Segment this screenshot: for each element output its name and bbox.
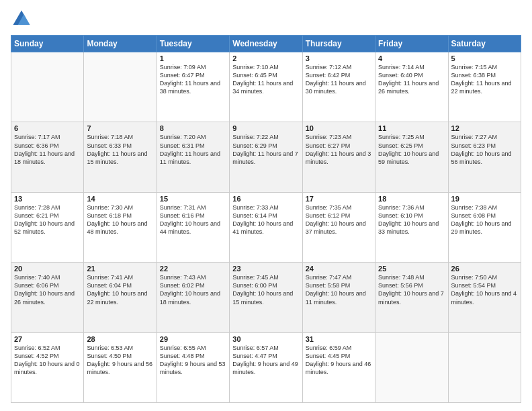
day-info: Sunrise: 7:50 AMSunset: 5:54 PMDaylight:… (451, 273, 518, 306)
calendar-cell: 19Sunrise: 7:38 AMSunset: 6:08 PMDayligh… (448, 192, 521, 262)
day-number: 30 (232, 335, 299, 343)
day-number: 2 (232, 54, 299, 62)
day-number: 17 (306, 195, 372, 203)
day-number: 26 (451, 265, 518, 273)
calendar-week-row: 20Sunrise: 7:40 AMSunset: 6:06 PMDayligh… (11, 263, 521, 332)
day-info: Sunrise: 7:48 AMSunset: 5:56 PMDaylight:… (378, 273, 445, 306)
day-number: 23 (232, 265, 299, 273)
calendar-week-row: 13Sunrise: 7:28 AMSunset: 6:21 PMDayligh… (11, 192, 521, 262)
weekday-header-friday: Friday (375, 36, 448, 52)
calendar-cell: 23Sunrise: 7:45 AMSunset: 6:00 PMDayligh… (230, 263, 302, 332)
logo (11, 8, 35, 30)
day-info: Sunrise: 7:22 AMSunset: 6:29 PMDaylight:… (232, 133, 299, 166)
day-number: 20 (14, 265, 81, 273)
day-info: Sunrise: 7:35 AMSunset: 6:12 PMDaylight:… (306, 203, 372, 236)
day-info: Sunrise: 7:09 AMSunset: 6:47 PMDaylight:… (160, 63, 226, 96)
day-info: Sunrise: 7:12 AMSunset: 6:42 PMDaylight:… (306, 63, 372, 96)
page: SundayMondayTuesdayWednesdayThursdayFrid… (0, 0, 532, 411)
day-info: Sunrise: 7:41 AMSunset: 6:04 PMDaylight:… (87, 273, 153, 306)
day-info: Sunrise: 6:52 AMSunset: 4:52 PMDaylight:… (14, 344, 81, 377)
day-info: Sunrise: 7:31 AMSunset: 6:16 PMDaylight:… (160, 203, 226, 236)
day-info: Sunrise: 7:20 AMSunset: 6:31 PMDaylight:… (160, 133, 226, 166)
day-info: Sunrise: 7:10 AMSunset: 6:45 PMDaylight:… (232, 63, 299, 96)
calendar-cell: 17Sunrise: 7:35 AMSunset: 6:12 PMDayligh… (302, 192, 375, 262)
day-number: 31 (306, 335, 372, 343)
day-number: 19 (451, 195, 518, 203)
calendar-cell: 1Sunrise: 7:09 AMSunset: 6:47 PMDaylight… (157, 52, 229, 122)
calendar-cell: 15Sunrise: 7:31 AMSunset: 6:16 PMDayligh… (157, 192, 229, 262)
day-number: 5 (451, 54, 518, 62)
calendar-cell: 2Sunrise: 7:10 AMSunset: 6:45 PMDaylight… (230, 52, 302, 122)
day-number: 21 (87, 265, 153, 273)
calendar-cell: 30Sunrise: 6:57 AMSunset: 4:47 PMDayligh… (230, 332, 302, 402)
day-info: Sunrise: 7:18 AMSunset: 6:33 PMDaylight:… (87, 133, 153, 166)
day-number: 24 (306, 265, 372, 273)
calendar-cell: 28Sunrise: 6:53 AMSunset: 4:50 PMDayligh… (84, 332, 157, 402)
day-number: 13 (14, 195, 81, 203)
day-info: Sunrise: 6:53 AMSunset: 4:50 PMDaylight:… (87, 344, 153, 377)
calendar-cell: 10Sunrise: 7:23 AMSunset: 6:27 PMDayligh… (302, 122, 375, 192)
day-info: Sunrise: 7:36 AMSunset: 6:10 PMDaylight:… (378, 203, 445, 236)
calendar-cell (11, 52, 84, 122)
calendar-cell: 18Sunrise: 7:36 AMSunset: 6:10 PMDayligh… (375, 192, 448, 262)
day-number: 25 (378, 265, 445, 273)
calendar-week-row: 6Sunrise: 7:17 AMSunset: 6:36 PMDaylight… (11, 122, 521, 192)
calendar-cell: 16Sunrise: 7:33 AMSunset: 6:14 PMDayligh… (230, 192, 302, 262)
day-info: Sunrise: 7:30 AMSunset: 6:18 PMDaylight:… (87, 203, 153, 236)
day-info: Sunrise: 7:38 AMSunset: 6:08 PMDaylight:… (451, 203, 518, 236)
day-number: 15 (160, 195, 226, 203)
day-info: Sunrise: 7:15 AMSunset: 6:38 PMDaylight:… (451, 63, 518, 96)
weekday-header-monday: Monday (84, 36, 157, 52)
calendar-cell (84, 52, 157, 122)
day-info: Sunrise: 7:33 AMSunset: 6:14 PMDaylight:… (232, 203, 299, 236)
day-info: Sunrise: 7:28 AMSunset: 6:21 PMDaylight:… (14, 203, 81, 236)
calendar-cell: 3Sunrise: 7:12 AMSunset: 6:42 PMDaylight… (302, 52, 375, 122)
calendar-week-row: 1Sunrise: 7:09 AMSunset: 6:47 PMDaylight… (11, 52, 521, 122)
day-number: 10 (306, 124, 372, 132)
calendar-cell: 9Sunrise: 7:22 AMSunset: 6:29 PMDaylight… (230, 122, 302, 192)
day-number: 12 (451, 124, 518, 132)
day-info: Sunrise: 6:57 AMSunset: 4:47 PMDaylight:… (232, 344, 299, 377)
calendar-cell: 13Sunrise: 7:28 AMSunset: 6:21 PMDayligh… (11, 192, 84, 262)
weekday-header-saturday: Saturday (448, 36, 521, 52)
weekday-header-row: SundayMondayTuesdayWednesdayThursdayFrid… (11, 36, 521, 52)
day-info: Sunrise: 6:55 AMSunset: 4:48 PMDaylight:… (160, 344, 226, 377)
calendar-week-row: 27Sunrise: 6:52 AMSunset: 4:52 PMDayligh… (11, 332, 521, 402)
calendar-cell: 25Sunrise: 7:48 AMSunset: 5:56 PMDayligh… (375, 263, 448, 332)
day-number: 7 (87, 124, 153, 132)
day-info: Sunrise: 7:25 AMSunset: 6:25 PMDaylight:… (378, 133, 445, 166)
calendar-cell: 26Sunrise: 7:50 AMSunset: 5:54 PMDayligh… (448, 263, 521, 332)
calendar-cell: 27Sunrise: 6:52 AMSunset: 4:52 PMDayligh… (11, 332, 84, 402)
day-info: Sunrise: 7:40 AMSunset: 6:06 PMDaylight:… (14, 273, 81, 306)
calendar-cell: 8Sunrise: 7:20 AMSunset: 6:31 PMDaylight… (157, 122, 229, 192)
day-number: 18 (378, 195, 445, 203)
calendar-cell: 7Sunrise: 7:18 AMSunset: 6:33 PMDaylight… (84, 122, 157, 192)
calendar-cell: 24Sunrise: 7:47 AMSunset: 5:58 PMDayligh… (302, 263, 375, 332)
calendar-cell: 14Sunrise: 7:30 AMSunset: 6:18 PMDayligh… (84, 192, 157, 262)
day-info: Sunrise: 7:45 AMSunset: 6:00 PMDaylight:… (232, 273, 299, 306)
calendar-cell: 29Sunrise: 6:55 AMSunset: 4:48 PMDayligh… (157, 332, 229, 402)
calendar-cell: 11Sunrise: 7:25 AMSunset: 6:25 PMDayligh… (375, 122, 448, 192)
day-number: 29 (160, 335, 226, 343)
calendar-cell: 31Sunrise: 6:59 AMSunset: 4:45 PMDayligh… (302, 332, 375, 402)
day-info: Sunrise: 7:17 AMSunset: 6:36 PMDaylight:… (14, 133, 81, 166)
header (11, 8, 521, 30)
day-number: 28 (87, 335, 153, 343)
day-number: 3 (306, 54, 372, 62)
calendar-cell: 20Sunrise: 7:40 AMSunset: 6:06 PMDayligh… (11, 263, 84, 332)
day-info: Sunrise: 6:59 AMSunset: 4:45 PMDaylight:… (306, 344, 372, 377)
calendar-cell: 4Sunrise: 7:14 AMSunset: 6:40 PMDaylight… (375, 52, 448, 122)
calendar-cell: 22Sunrise: 7:43 AMSunset: 6:02 PMDayligh… (157, 263, 229, 332)
calendar-cell: 5Sunrise: 7:15 AMSunset: 6:38 PMDaylight… (448, 52, 521, 122)
day-number: 4 (378, 54, 445, 62)
day-info: Sunrise: 7:27 AMSunset: 6:23 PMDaylight:… (451, 133, 518, 166)
logo-icon (11, 8, 32, 30)
weekday-header-thursday: Thursday (302, 36, 375, 52)
day-number: 6 (14, 124, 81, 132)
day-number: 8 (160, 124, 226, 132)
day-info: Sunrise: 7:23 AMSunset: 6:27 PMDaylight:… (306, 133, 372, 166)
calendar-cell: 12Sunrise: 7:27 AMSunset: 6:23 PMDayligh… (448, 122, 521, 192)
weekday-header-wednesday: Wednesday (230, 36, 302, 52)
calendar-cell (448, 332, 521, 402)
day-number: 27 (14, 335, 81, 343)
